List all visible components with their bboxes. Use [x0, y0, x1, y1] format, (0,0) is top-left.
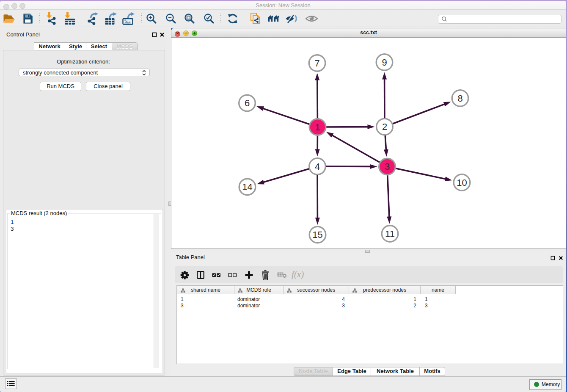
- svg-text:7: 7: [314, 58, 319, 69]
- svg-text:10: 10: [457, 177, 467, 188]
- svg-text:4: 4: [315, 161, 320, 172]
- svg-text:14: 14: [242, 182, 252, 192]
- svg-text:3: 3: [385, 161, 390, 172]
- svg-text:15: 15: [312, 229, 322, 240]
- svg-text:9: 9: [382, 57, 387, 68]
- svg-text:8: 8: [457, 93, 462, 104]
- svg-text:6: 6: [245, 98, 250, 108]
- svg-text:1: 1: [315, 122, 320, 133]
- svg-text:11: 11: [385, 229, 395, 239]
- svg-text:2: 2: [382, 121, 387, 132]
